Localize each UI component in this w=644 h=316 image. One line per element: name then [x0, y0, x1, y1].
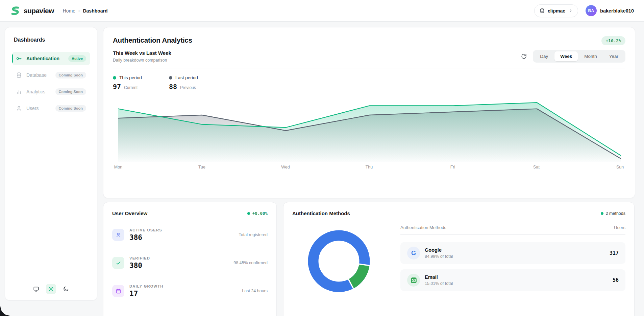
previous-value: 88 [169, 83, 177, 91]
supaview-logo-icon [10, 6, 20, 16]
google-icon: G [407, 247, 420, 259]
stat-value: 17 [129, 290, 164, 298]
table-row-email: Email 15.01% of total 56 [400, 269, 625, 291]
app-title: supaview [24, 7, 54, 15]
stat-label: VERIFIED [129, 256, 150, 260]
sidebar-item-label: Users [26, 106, 39, 111]
sidebar-item-database[interactable]: Database Coming Soon [12, 68, 90, 82]
user-icon [112, 229, 124, 241]
tab-year[interactable]: Year [603, 51, 624, 61]
tab-day[interactable]: Day [534, 51, 554, 61]
stat-value: 380 [129, 262, 150, 270]
chart-description: Daily breakdown comparison [113, 58, 171, 63]
status-badge: Active [68, 55, 86, 62]
legend-label: Last period [175, 75, 198, 80]
chart-subtitle: This Week vs Last Week [113, 50, 171, 56]
pie-chart [307, 229, 371, 293]
x-tick: Sat [533, 165, 540, 170]
stat-active-users: ACTIVE USERS 386 Total registered [112, 221, 268, 249]
sidebar-item-label: Database [26, 72, 47, 78]
legend-this-period: This period 97 Current [113, 75, 153, 91]
x-tick: Mon [114, 165, 122, 170]
range-tabs: Day Week Month Year [533, 50, 625, 63]
avatar: BA [586, 5, 597, 16]
stat-daily-growth: DAILY GROWTH 17 Last 24 hours [112, 277, 268, 305]
breadcrumb-separator-icon: › [78, 8, 80, 13]
status-badge: Coming Soon [55, 88, 86, 95]
stat-label: DAILY GROWTH [129, 284, 164, 288]
tab-month[interactable]: Month [578, 51, 603, 61]
x-tick: Tue [198, 165, 205, 170]
stat-label: ACTIVE USERS [129, 228, 162, 232]
method-share: 15.01% of total [425, 281, 453, 286]
methods-table: Authentication Methods Users G Google 84… [400, 218, 625, 296]
green-dot-icon [247, 212, 250, 215]
refresh-icon [521, 53, 527, 59]
email-icon [407, 274, 420, 287]
project-selector-button[interactable]: clipmac [534, 4, 578, 17]
change-badge: +10.2% [601, 36, 625, 45]
sidebar-title: Dashboards [14, 37, 90, 43]
tab-week[interactable]: Week [554, 51, 578, 61]
moon-icon [63, 286, 69, 292]
sidebar-item-authentication[interactable]: Authentication Active [12, 52, 90, 65]
sidebar-item-label: Authentication [26, 56, 59, 61]
theme-system-button[interactable] [31, 284, 41, 294]
theme-toggle [5, 284, 97, 294]
auth-methods-card: Authentication Methods 2 methods Authent… [283, 202, 635, 316]
trend-chart: Mon Tue Wed Thu Fri Sat Sun [113, 97, 625, 171]
chart-legend: This period 97 Current Last period 88 Pr… [113, 75, 625, 91]
logo: supaview [10, 6, 54, 16]
stat-note: 98.45% confirmed [233, 261, 268, 265]
screen-corner [0, 307, 9, 316]
calendar-icon [112, 285, 124, 297]
green-dot-icon [601, 212, 603, 215]
status-badge: Coming Soon [55, 72, 86, 78]
method-name: Email [425, 274, 453, 280]
database-icon [16, 72, 22, 78]
theme-light-button[interactable] [46, 284, 56, 294]
sidebar-item-users[interactable]: Users Coming Soon [12, 101, 90, 115]
method-users: 56 [613, 277, 619, 283]
card-title: Authentication Methods [292, 210, 350, 216]
x-tick: Fri [450, 165, 455, 170]
sidebar-item-label: Analytics [26, 89, 45, 94]
stat-value: 386 [129, 233, 162, 242]
sidebar: Dashboards Authentication Active Databas… [5, 27, 97, 300]
x-tick: Wed [281, 165, 290, 170]
methods-count: 2 methods [606, 211, 625, 216]
stat-note: Last 24 hours [242, 289, 268, 293]
key-icon [16, 55, 22, 62]
table-row-google: G Google 84.99% of total 317 [400, 242, 625, 264]
username: bakerblake010 [600, 8, 634, 14]
theme-dark-button[interactable] [61, 284, 71, 294]
column-header-methods: Authentication Methods [400, 225, 446, 230]
user-menu[interactable]: BA bakerblake010 [586, 5, 634, 16]
stat-note: Total registered [239, 232, 268, 237]
sidebar-item-analytics[interactable]: Analytics Coming Soon [12, 85, 90, 98]
stat-verified: VERIFIED 380 98.45% confirmed [112, 249, 268, 277]
column-header-users: Users [614, 225, 625, 230]
x-tick: Sun [616, 165, 624, 170]
divider [400, 234, 625, 235]
legend-last-period: Last period 88 Previous [169, 75, 209, 91]
chevron-right-icon [568, 8, 573, 13]
legend-label: This period [119, 75, 142, 80]
divider [113, 68, 625, 68]
method-share: 84.99% of total [425, 254, 453, 259]
current-caption: Current [124, 85, 138, 90]
bar-chart-icon [16, 89, 22, 95]
previous-caption: Previous [180, 85, 196, 90]
area-chart [113, 97, 626, 162]
page-title: Authentication Analytics [113, 36, 192, 44]
refresh-button[interactable] [521, 53, 527, 59]
current-value: 97 [113, 83, 121, 91]
user-icon [16, 105, 22, 111]
breadcrumb: Home › Dashboard [63, 8, 108, 14]
donut-chart [292, 218, 386, 296]
database-icon [540, 8, 545, 13]
legend-dot-gray [169, 76, 172, 80]
legend-dot-green [113, 76, 116, 80]
analytics-card: Authentication Analytics +10.2% This Wee… [103, 27, 635, 198]
breadcrumb-home[interactable]: Home [63, 8, 75, 14]
